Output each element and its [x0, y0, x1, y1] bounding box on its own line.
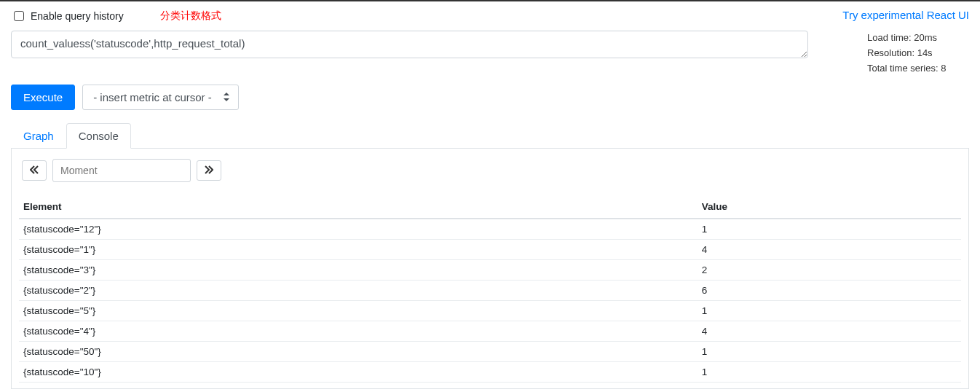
cell-value: 1: [698, 301, 961, 321]
stat-total-series: Total time series: 8: [867, 61, 969, 77]
cell-value: 4: [698, 240, 961, 260]
cell-element: {statuscode="10"}: [19, 362, 698, 383]
tab-graph[interactable]: Graph: [11, 123, 66, 149]
annotation-label: 分类计数格式: [160, 9, 221, 23]
cell-element: {statuscode="5"}: [19, 301, 698, 321]
metric-select-label: - insert metric at cursor -: [93, 91, 212, 103]
table-row: {statuscode="5"}1: [19, 301, 961, 321]
cell-value: 1: [698, 342, 961, 362]
query-expression-input[interactable]: [11, 31, 808, 58]
enable-query-history-checkbox[interactable]: Enable query history: [11, 9, 124, 23]
cell-element: {statuscode="12"}: [19, 219, 698, 240]
result-tabs: Graph Console: [11, 123, 969, 149]
cell-element: {statuscode="3"}: [19, 260, 698, 281]
query-stats: Load time: 20ms Resolution: 14s Total ti…: [867, 31, 969, 76]
table-row: {statuscode="4"}4: [19, 321, 961, 342]
react-ui-link[interactable]: Try experimental React UI: [842, 9, 969, 21]
table-row: {statuscode="12"}1: [19, 219, 961, 240]
tab-console[interactable]: Console: [66, 123, 131, 149]
cell-element: {statuscode="50"}: [19, 342, 698, 362]
console-panel: Element Value {statuscode="12"}1{statusc…: [11, 149, 969, 389]
double-chevron-right-icon: [205, 165, 213, 174]
cell-element: {statuscode="2"}: [19, 281, 698, 301]
cell-value: 6: [698, 281, 961, 301]
moment-prev-button[interactable]: [22, 160, 47, 181]
cell-value: 2: [698, 260, 961, 281]
cell-value: 1: [698, 362, 961, 383]
cell-value: 1: [698, 219, 961, 240]
stat-load-time: Load time: 20ms: [867, 31, 969, 46]
enable-query-history-label: Enable query history: [31, 10, 124, 22]
metric-select[interactable]: - insert metric at cursor -: [82, 85, 239, 110]
cell-element: {statuscode="1"}: [19, 240, 698, 260]
moment-input[interactable]: [52, 159, 191, 182]
stat-resolution: Resolution: 14s: [867, 46, 969, 61]
moment-next-button[interactable]: [197, 160, 221, 181]
table-row: {statuscode="3"}2: [19, 260, 961, 281]
updown-caret-icon: [224, 93, 229, 103]
results-table: Element Value {statuscode="12"}1{statusc…: [19, 195, 961, 383]
table-row: {statuscode="1"}4: [19, 240, 961, 260]
cell-value: 4: [698, 321, 961, 342]
table-row: {statuscode="50"}1: [19, 342, 961, 362]
table-row: {statuscode="2"}6: [19, 281, 961, 301]
enable-query-history-input[interactable]: [14, 11, 24, 21]
col-element: Element: [19, 195, 698, 219]
cell-element: {statuscode="4"}: [19, 321, 698, 342]
table-row: {statuscode="10"}1: [19, 362, 961, 383]
execute-button[interactable]: Execute: [11, 85, 75, 110]
double-chevron-left-icon: [30, 165, 39, 174]
col-value: Value: [698, 195, 961, 219]
